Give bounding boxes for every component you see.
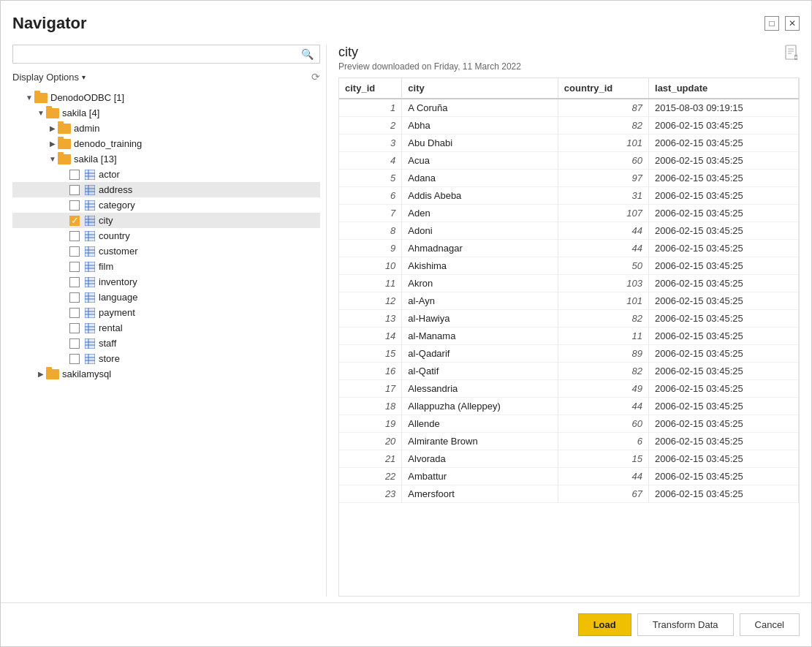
tree-node-country[interactable]: country (12, 228, 320, 243)
table-cell: 13 (339, 310, 402, 328)
table-cell: Allappuzha (Alleppey) (402, 398, 558, 415)
table-cell: 12 (339, 292, 402, 310)
table-cell: Acua (402, 152, 558, 170)
table-cell: 2006-02-15 03:45:25 (649, 433, 799, 450)
table-cell: 82 (558, 363, 648, 380)
tree-node-sakila4[interactable]: ▼ sakila [4] (12, 105, 320, 121)
table-cell: 2 (339, 117, 402, 135)
table-cell: Abu Dhabi (402, 135, 558, 152)
svg-rect-65 (786, 45, 796, 59)
table-cell: Alvorada (402, 450, 558, 468)
tree-node-payment[interactable]: payment (12, 305, 320, 320)
table-row: 7Aden1072006-02-15 03:45:25 (339, 205, 799, 222)
table-cell: 2006-02-15 03:45:25 (649, 310, 799, 328)
checkbox-actor[interactable] (69, 170, 80, 180)
transform-data-button[interactable]: Transform Data (637, 613, 734, 636)
tree-node-sakila13[interactable]: ▼ sakila [13] (12, 151, 320, 167)
tree-node-inventory[interactable]: inventory (12, 274, 320, 290)
svg-rect-5 (85, 185, 95, 195)
table-icon (84, 308, 96, 318)
checkbox-payment[interactable] (69, 308, 80, 318)
tree-node-label: admin (74, 123, 99, 134)
table-icon (84, 338, 96, 349)
refresh-icon[interactable]: ⟳ (311, 71, 320, 83)
table-row: 14al-Manama112006-02-15 03:45:25 (339, 328, 799, 345)
table-cell: 2006-02-15 03:45:25 (649, 380, 799, 398)
checkbox-film[interactable] (69, 262, 80, 272)
checkbox-store[interactable] (69, 354, 80, 364)
table-row: 4Acua602006-02-15 03:45:25 (339, 152, 799, 170)
tree-node-language[interactable]: language (12, 290, 320, 305)
tree-node-label: category (99, 200, 135, 211)
table-cell: 20 (339, 433, 402, 450)
checkbox-inventory[interactable] (69, 277, 80, 287)
chevron-down-icon: ▾ (82, 73, 86, 81)
close-button[interactable]: ✕ (785, 16, 800, 31)
display-options-button[interactable]: Display Options ▾ (12, 72, 86, 83)
tree-node-film[interactable]: film (12, 259, 320, 274)
checkbox-city[interactable]: ✓ (69, 216, 80, 226)
table-row: 9Ahmadnagar442006-02-15 03:45:25 (339, 240, 799, 257)
table-cell: 60 (558, 415, 648, 433)
table-icon (84, 200, 96, 211)
tree-node-denodo-training[interactable]: ▶ denodo_training (12, 136, 320, 151)
table-cell: 17 (339, 380, 402, 398)
tree-node-category[interactable]: category (12, 197, 320, 213)
title-controls: □ ✕ (764, 16, 800, 31)
expand-icon: ▶ (48, 124, 58, 132)
table-cell: 2006-02-15 03:45:25 (649, 275, 799, 292)
folder-icon (58, 124, 71, 134)
table-cell: Amersfoort (402, 485, 558, 503)
table-cell: 103 (558, 275, 648, 292)
data-table-container: city_id city country_id last_update 1A C… (338, 77, 800, 597)
checkbox-customer[interactable] (69, 246, 80, 257)
table-cell: 6 (558, 433, 648, 450)
tree-node-staff[interactable]: staff (12, 336, 320, 351)
table-row: 1A Coruña872015-08-03 09:19:15 (339, 99, 799, 117)
table-row: 21Alvorada152006-02-15 03:45:25 (339, 450, 799, 468)
table-icon (84, 277, 96, 287)
table-cell: 44 (558, 240, 648, 257)
expand-icon: ▶ (48, 140, 58, 148)
tree-node-label: staff (99, 338, 116, 349)
data-table-scroll[interactable]: city_id city country_id last_update 1A C… (339, 78, 799, 596)
table-cell: 4 (339, 152, 402, 170)
tree-node-customer[interactable]: customer (12, 243, 320, 259)
tree-node-label: denodo_training (74, 138, 142, 149)
data-table: city_id city country_id last_update 1A C… (339, 78, 799, 503)
svg-rect-60 (85, 354, 95, 364)
title-bar: Navigator □ ✕ (1, 1, 811, 37)
search-box[interactable]: 🔍 (12, 45, 320, 64)
tree-node-sakilamysql[interactable]: ▶ sakilamysql (12, 366, 320, 382)
preview-header: city Preview downloaded on Friday, 11 Ma… (338, 45, 800, 72)
table-icon (84, 185, 96, 195)
display-options-label: Display Options (12, 72, 79, 83)
tree-node-actor[interactable]: actor (12, 167, 320, 182)
tree-node-store[interactable]: store (12, 351, 320, 366)
minimize-button[interactable]: □ (764, 16, 779, 31)
tree-node-label: language (99, 292, 138, 303)
checkbox-rental[interactable] (69, 323, 80, 333)
table-cell: 2006-02-15 03:45:25 (649, 398, 799, 415)
tree-view[interactable]: ▼ DenodoODBC [1] ▼ sakila [4] ▶ admin (12, 90, 320, 597)
cancel-button[interactable]: Cancel (740, 613, 800, 636)
svg-rect-10 (85, 200, 95, 211)
tree-node-address[interactable]: address (12, 182, 320, 197)
checkbox-language[interactable] (69, 292, 80, 303)
table-row: 6Addis Abeba312006-02-15 03:45:25 (339, 187, 799, 205)
table-cell: Abha (402, 117, 558, 135)
checkbox-country[interactable] (69, 231, 80, 241)
checkbox-category[interactable] (69, 200, 80, 211)
tree-node-rental[interactable]: rental (12, 320, 320, 336)
checkbox-address[interactable] (69, 185, 80, 195)
tree-node-city[interactable]: ✓ city (12, 213, 320, 228)
tree-node-denodoodbc[interactable]: ▼ DenodoODBC [1] (12, 90, 320, 105)
checkbox-staff[interactable] (69, 338, 80, 349)
load-button[interactable]: Load (578, 613, 631, 636)
tree-node-admin[interactable]: ▶ admin (12, 121, 320, 136)
svg-rect-15 (85, 216, 95, 226)
col-country-id: country_id (558, 78, 648, 99)
search-input[interactable] (19, 49, 301, 60)
document-icon (783, 45, 800, 64)
table-cell: 60 (558, 152, 648, 170)
